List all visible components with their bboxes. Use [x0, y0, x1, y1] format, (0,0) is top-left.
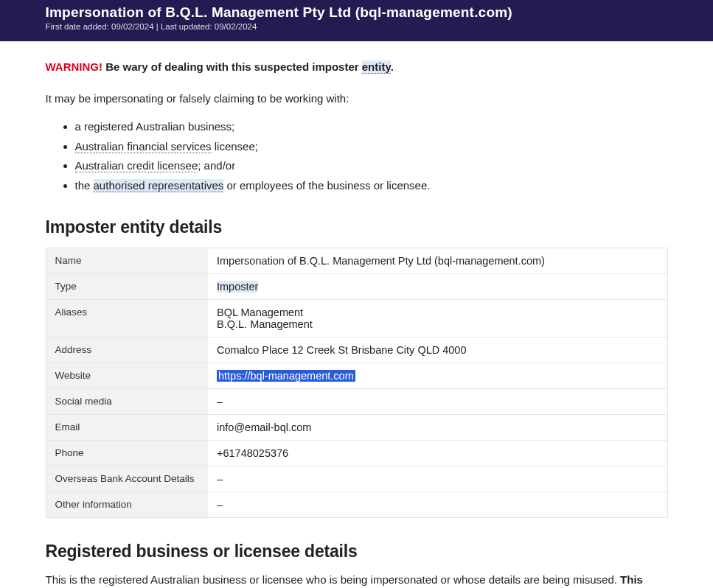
list-item-text: or employees of the business or licensee…	[223, 179, 430, 192]
detail-label: Overseas Bank Account Details	[46, 466, 208, 492]
alias-line: B.Q.L. Management	[217, 318, 313, 330]
imposter-details-heading: Imposter entity details	[46, 217, 668, 237]
detail-label: Type	[46, 274, 208, 300]
detail-label: Name	[46, 248, 208, 274]
registered-lead-paragraph: This is the registered Australian busine…	[46, 572, 668, 588]
detail-label: Address	[46, 337, 208, 363]
alias-line: BQL Management	[217, 307, 303, 318]
list-item: the authorised representatives or employ…	[75, 178, 668, 195]
type-highlight: Imposter	[217, 281, 258, 293]
warning-label: WARNING!	[46, 60, 103, 73]
list-item-text: the	[75, 179, 94, 192]
warning-text-after: .	[391, 60, 394, 73]
table-row: Phone +61748025376	[46, 441, 667, 466]
table-row: Email info@email-bql.com	[46, 415, 667, 441]
detail-value: BQL Management B.Q.L. Management	[208, 300, 667, 337]
table-row: Other information –	[46, 492, 667, 518]
detail-value: –	[208, 492, 667, 518]
detail-label: Website	[46, 363, 208, 389]
table-row: Social media –	[46, 389, 667, 415]
list-item: Australian financial services licensee;	[75, 139, 668, 155]
warning-line: WARNING! Be wary of dealing with this su…	[46, 59, 668, 76]
detail-value: +61748025376	[208, 441, 667, 466]
page-title: Impersonation of B.Q.L. Management Pty L…	[46, 4, 668, 21]
table-row: Overseas Bank Account Details –	[46, 466, 667, 492]
list-item-text: ; and/or	[198, 159, 235, 172]
list-item: a registered Australian business;	[75, 119, 668, 136]
detail-value: https://bql-management.com	[208, 363, 667, 389]
page-meta: First date added: 09/02/2024 | Last upda…	[46, 22, 668, 31]
detail-value: Imposter	[208, 274, 667, 300]
table-row: Website https://bql-management.com	[46, 363, 667, 389]
detail-label: Social media	[46, 389, 208, 415]
website-link-highlight[interactable]: https://bql-management.com	[217, 370, 355, 382]
list-item: Australian credit licensee; and/or	[75, 158, 668, 175]
glossary-term-afs[interactable]: Australian financial services	[75, 140, 212, 153]
table-row: Aliases BQL Management B.Q.L. Management	[46, 300, 667, 337]
detail-value: –	[208, 466, 667, 492]
intro-paragraph: It may be impersonating or falsely claim…	[46, 91, 668, 108]
registered-details-heading: Registered business or licensee details	[46, 542, 668, 561]
table-row: Type Imposter	[46, 274, 667, 300]
imposter-details-table: Name Impersonation of B.Q.L. Management …	[46, 248, 668, 518]
list-item-text: licensee;	[212, 140, 258, 153]
detail-label: Email	[46, 415, 208, 441]
glossary-term-entity[interactable]: entity	[362, 60, 391, 74]
glossary-term-acl[interactable]: Australian credit licensee	[75, 159, 198, 172]
detail-value: –	[208, 389, 667, 415]
registered-lead-plain: This is the registered Australian busine…	[46, 573, 621, 586]
detail-value: Comalco Place 12 Creek St Brisbane City …	[208, 337, 667, 363]
page-header: Impersonation of B.Q.L. Management Pty L…	[0, 0, 713, 41]
warning-text-before: Be wary of dealing with this suspected i…	[105, 60, 362, 73]
detail-label: Other information	[46, 492, 208, 518]
detail-value: Impersonation of B.Q.L. Management Pty L…	[208, 248, 667, 274]
detail-label: Phone	[46, 441, 208, 466]
detail-label: Aliases	[46, 300, 208, 337]
table-row: Name Impersonation of B.Q.L. Management …	[46, 248, 667, 274]
detail-value: info@email-bql.com	[208, 415, 667, 441]
table-row: Address Comalco Place 12 Creek St Brisba…	[46, 337, 667, 363]
glossary-term-authrep[interactable]: authorised representatives	[94, 179, 224, 192]
main-content: WARNING! Be wary of dealing with this su…	[32, 41, 681, 588]
impersonation-list: a registered Australian business; Austra…	[46, 119, 668, 194]
